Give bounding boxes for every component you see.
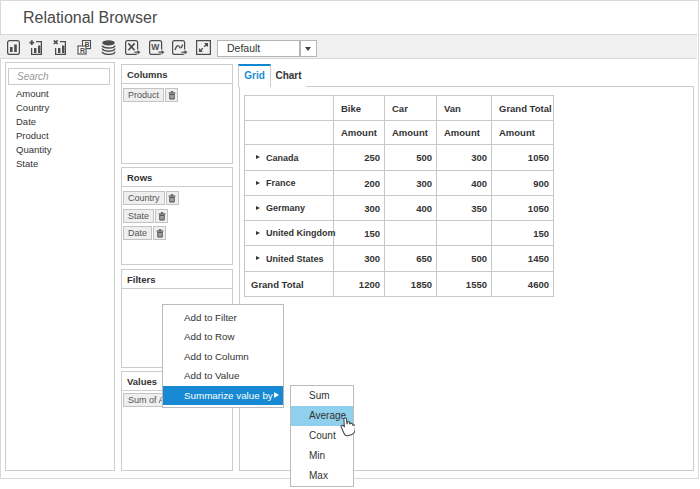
svg-text:R: R xyxy=(80,47,85,54)
svg-text:W: W xyxy=(151,42,160,52)
